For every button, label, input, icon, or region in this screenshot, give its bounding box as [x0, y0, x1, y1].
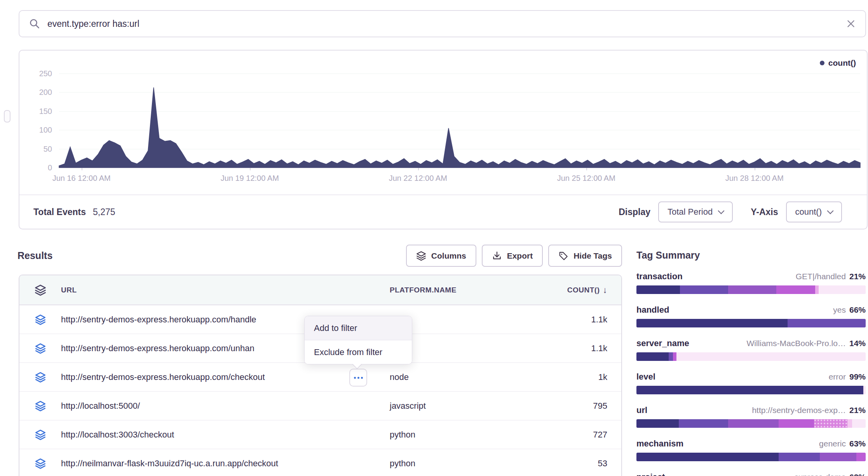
row-count: 53	[545, 458, 621, 469]
table-row[interactable]: http://sentry-demos-express.herokuapp.co…	[19, 363, 621, 392]
tag-name: mechanism	[636, 439, 683, 449]
tag-bar-segment[interactable]	[679, 419, 728, 428]
tag-distribution-bar[interactable]	[636, 319, 866, 327]
tag-top-value: error	[829, 372, 846, 382]
tag-bar-segment[interactable]	[728, 419, 779, 428]
columns-button[interactable]: Columns	[406, 245, 476, 267]
x-axis-tick-label: Jun 16 12:00 AM	[35, 174, 128, 183]
tag-bar-segment[interactable]	[636, 352, 669, 361]
sidebar-collapse-handle[interactable]	[4, 110, 10, 122]
menu-item-add-to-filter[interactable]: Add to filter	[305, 316, 412, 340]
layers-icon[interactable]	[35, 314, 46, 325]
tag-bar-segment[interactable]	[680, 285, 728, 294]
tag-bar-segment[interactable]	[779, 453, 820, 461]
row-count: 795	[545, 401, 621, 411]
tag-bar-segment[interactable]	[863, 386, 866, 394]
tag-distribution-bar[interactable]	[636, 453, 866, 461]
tag-top-value: Williams-MacBook-Pro.lo…	[746, 339, 846, 348]
area-chart[interactable]	[59, 51, 860, 168]
layers-icon	[416, 251, 426, 261]
chevron-down-icon	[718, 208, 725, 214]
search-icon	[29, 18, 40, 30]
tag-percent: 14%	[849, 339, 866, 348]
row-url[interactable]: http://localhost:3003/checkout	[61, 430, 390, 440]
tag-bar-segment[interactable]	[814, 419, 847, 428]
tag-bar-segment[interactable]	[815, 285, 819, 294]
menu-item-exclude-from-filter[interactable]: Exclude from filter	[305, 340, 412, 364]
sort-desc-icon: ↓	[603, 285, 608, 295]
tag-top-value: yes	[833, 305, 846, 315]
legend-dot-icon	[820, 61, 824, 65]
results-title: Results	[17, 250, 52, 261]
tag-icon	[558, 251, 568, 261]
tag-bar-segment[interactable]	[819, 285, 866, 294]
layers-icon[interactable]	[35, 401, 46, 411]
tag-bar-segment[interactable]	[779, 419, 814, 428]
column-header-platform[interactable]: PLATFORM.NAME	[390, 286, 545, 294]
tag-bar-segment[interactable]	[669, 352, 673, 361]
tag-row: server_name Williams-MacBook-Pro.lo… 14%	[636, 338, 866, 361]
table-row[interactable]: http://localhost:5000/ javascript 795	[19, 392, 621, 420]
row-count: 727	[545, 430, 621, 440]
total-events-label: Total Events	[33, 207, 86, 217]
row-count: 1.1k	[545, 343, 621, 354]
tag-distribution-bar[interactable]	[636, 386, 866, 394]
layers-icon[interactable]	[35, 372, 46, 383]
tag-bar-segment[interactable]	[636, 386, 863, 394]
tag-bar-segment[interactable]	[776, 285, 815, 294]
table-row[interactable]: http://localhost:3003/checkout python 72…	[19, 420, 621, 449]
column-header-url[interactable]: URL	[61, 286, 390, 294]
x-axis-tick-label: Jun 19 12:00 AM	[203, 174, 296, 183]
tag-bar-segment[interactable]	[636, 453, 779, 461]
tag-bar-segment[interactable]	[856, 453, 866, 461]
tag-bar-segment[interactable]	[820, 453, 856, 461]
tag-top-value: http://sentry-demos-exp…	[752, 406, 846, 415]
discover-page: { "search": { "query": "event.type:error…	[0, 0, 868, 476]
tag-bar-segment[interactable]	[636, 419, 679, 428]
layers-icon[interactable]	[35, 458, 46, 469]
hide-tags-button[interactable]: Hide Tags	[548, 245, 622, 267]
yaxis-select[interactable]: count()	[786, 201, 842, 222]
export-button[interactable]: Export	[482, 245, 543, 267]
row-actions-ellipsis-button[interactable]	[349, 369, 367, 387]
tag-distribution-bar[interactable]	[636, 352, 866, 361]
tag-row: url http://sentry-demos-exp… 21%	[636, 405, 866, 428]
tag-bar-segment[interactable]	[788, 319, 866, 327]
chart-plot[interactable]: 050100150200250Jun 16 12:00 AMJun 19 12:…	[19, 51, 867, 196]
total-events-value: 5,275	[93, 207, 115, 217]
tag-percent: 99%	[849, 372, 866, 382]
tag-bar-segment[interactable]	[728, 285, 776, 294]
display-select[interactable]: Total Period	[658, 201, 733, 222]
row-url[interactable]: http://sentry-demos-express.herokuapp.co…	[61, 372, 390, 382]
search-bar[interactable]: event.type:error has:url	[19, 10, 866, 37]
tag-bar-segment[interactable]	[673, 352, 676, 361]
search-input[interactable]: event.type:error has:url	[47, 19, 839, 29]
row-platform: node	[390, 372, 545, 382]
chart-footer: Total Events 5,275 Display Total Period …	[19, 194, 867, 229]
tag-name: handled	[636, 305, 669, 315]
row-url[interactable]: http://neilmanvar-flask-m3uuizd7iq-uc.a.…	[61, 458, 390, 469]
tag-bar-segment[interactable]	[636, 319, 788, 327]
layers-icon[interactable]	[35, 429, 46, 440]
tag-distribution-bar[interactable]	[636, 285, 866, 294]
row-count: 1k	[545, 372, 621, 382]
row-count: 1.1k	[545, 315, 621, 325]
tag-summary: Tag Summary transaction GET|/handled 21%…	[636, 250, 866, 476]
tag-bar-segment[interactable]	[852, 419, 866, 428]
table-row[interactable]: http://neilmanvar-flask-m3uuizd7iq-uc.a.…	[19, 449, 621, 476]
tag-percent: 63%	[849, 439, 866, 448]
clear-search-button[interactable]	[846, 19, 856, 29]
tag-distribution-bar[interactable]	[636, 419, 866, 428]
column-header-count[interactable]: COUNT() ↓	[545, 285, 621, 295]
tag-summary-title: Tag Summary	[636, 250, 866, 261]
layers-icon[interactable]	[35, 343, 46, 354]
tag-row: mechanism generic 63%	[636, 439, 866, 461]
download-icon	[492, 251, 502, 261]
tag-bar-segment[interactable]	[636, 285, 680, 294]
tag-bar-segment[interactable]	[847, 419, 852, 428]
table-header-row: URL PLATFORM.NAME COUNT() ↓	[19, 275, 621, 305]
row-url[interactable]: http://localhost:5000/	[61, 401, 390, 411]
chart-legend[interactable]: count()	[820, 58, 856, 68]
tag-name: url	[636, 405, 647, 415]
tag-bar-segment[interactable]	[676, 352, 866, 361]
